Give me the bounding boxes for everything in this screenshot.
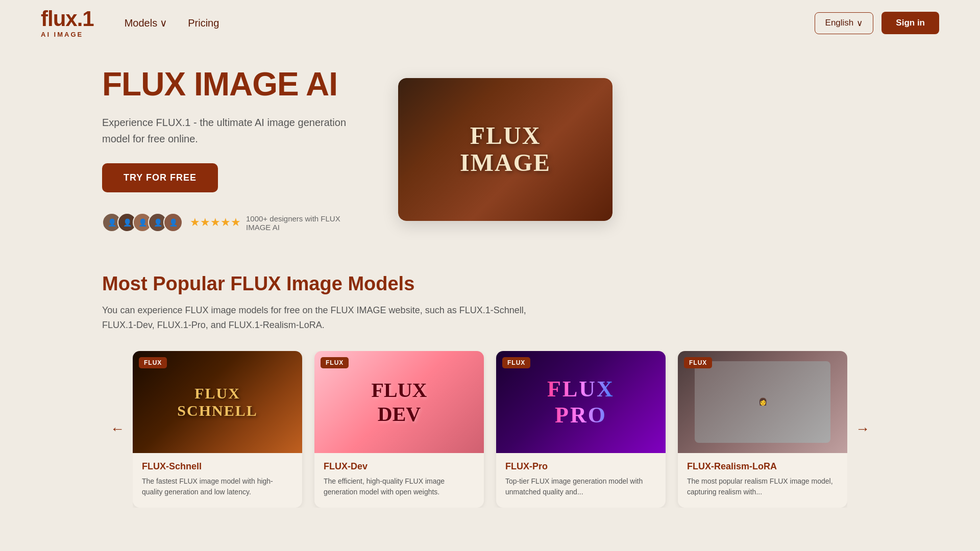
- schnell-img-text: FLUXSCHNELL: [177, 385, 257, 419]
- dev-img-text: FLUXDEV: [372, 378, 427, 426]
- hero-description: Experience FLUX.1 - the ultimate AI imag…: [102, 114, 357, 147]
- schnell-badge: FLUX: [139, 357, 167, 368]
- pro-img-text: FLUXPRO: [547, 376, 615, 428]
- realism-inner: 👩: [695, 361, 830, 443]
- schnell-card-name: FLUX-Schnell: [142, 461, 293, 472]
- lang-label: English: [825, 18, 854, 28]
- carousel-prev-button[interactable]: ←: [102, 416, 133, 442]
- realism-card-name: FLUX-Realism-LoRA: [687, 461, 838, 472]
- nav-links: Models ∨ Pricing: [125, 17, 219, 29]
- dev-badge: FLUX: [321, 357, 349, 368]
- model-card-realism[interactable]: 👩 FLUX FLUX-Realism-LoRA The most popula…: [678, 351, 847, 508]
- models-section-desc: You can experience FLUX image models for…: [102, 303, 561, 333]
- nav-pricing[interactable]: Pricing: [188, 17, 219, 29]
- dev-card-desc: The efficient, high-quality FLUX image g…: [324, 476, 475, 497]
- realism-img-text: 👩: [758, 397, 767, 406]
- try-for-free-button[interactable]: TRY FOR FREE: [102, 163, 218, 192]
- navbar: flux.1 AI IMAGE Models ∨ Pricing English…: [0, 0, 980, 46]
- social-proof-text: 1000+ designers with FLUX IMAGE AI: [246, 214, 357, 232]
- dev-card-body: FLUX-Dev The efficient, high-quality FLU…: [314, 453, 484, 508]
- navbar-right: English ∨ Sign in: [815, 12, 939, 34]
- card-image-realism: 👩 FLUX: [678, 351, 847, 453]
- rating-row: ★★★★★ 1000+ designers with FLUX IMAGE AI: [190, 213, 357, 232]
- card-image-pro: FLUXPRO FLUX: [496, 351, 666, 453]
- nav-models[interactable]: Models ∨: [125, 17, 167, 29]
- realism-card-desc: The most popular realism FLUX image mode…: [687, 476, 838, 497]
- card-image-dev: FLUXDEV FLUX: [314, 351, 484, 453]
- hero-title: FLUX IMAGE AI: [102, 66, 357, 102]
- card-image-schnell: FLUXSCHNELL FLUX: [133, 351, 302, 453]
- star-rating: ★★★★★: [190, 216, 241, 229]
- prev-icon: ←: [110, 421, 125, 437]
- models-section-title: Most Popular FLUX Image Models: [102, 273, 878, 295]
- hero-image-text: FLUXIMAGE: [460, 122, 551, 177]
- dev-card-name: FLUX-Dev: [324, 461, 475, 472]
- avatar: 👤: [163, 213, 183, 232]
- model-cards-row: FLUXSCHNELL FLUX FLUX-Schnell The fastes…: [133, 351, 847, 508]
- nav-models-label: Models: [125, 17, 157, 29]
- logo-sub: AI IMAGE: [41, 31, 83, 38]
- model-card-dev[interactable]: FLUXDEV FLUX FLUX-Dev The efficient, hig…: [314, 351, 484, 508]
- hero-image: FLUXIMAGE: [398, 78, 612, 221]
- navbar-left: flux.1 AI IMAGE Models ∨ Pricing: [41, 8, 219, 38]
- chevron-down-icon: ∨: [160, 17, 167, 29]
- cta-label: TRY FOR FREE: [124, 172, 197, 183]
- pro-card-body: FLUX-Pro Top-tier FLUX image generation …: [496, 453, 666, 508]
- signin-label: Sign in: [896, 18, 925, 28]
- pro-badge: FLUX: [502, 357, 530, 368]
- language-selector[interactable]: English ∨: [815, 12, 874, 34]
- schnell-card-desc: The fastest FLUX image model with high-q…: [142, 476, 293, 497]
- realism-badge: FLUX: [684, 357, 712, 368]
- logo-text: flux.1: [41, 8, 94, 30]
- hero-section: FLUX IMAGE AI Experience FLUX.1 - the ul…: [0, 46, 980, 253]
- logo-name: flux.1: [41, 7, 94, 31]
- realism-card-body: FLUX-Realism-LoRA The most popular reali…: [678, 453, 847, 508]
- models-section: Most Popular FLUX Image Models You can e…: [0, 253, 980, 518]
- sign-in-button[interactable]: Sign in: [881, 12, 939, 34]
- schnell-card-body: FLUX-Schnell The fastest FLUX image mode…: [133, 453, 302, 508]
- pro-card-desc: Top-tier FLUX image generation model wit…: [505, 476, 656, 497]
- social-proof: 👤 👤 👤 👤 👤 ★★★★★ 1000+ designers with FLU…: [102, 213, 357, 232]
- model-card-pro[interactable]: FLUXPRO FLUX FLUX-Pro Top-tier FLUX imag…: [496, 351, 666, 508]
- nav-pricing-label: Pricing: [188, 17, 219, 29]
- hero-image-visual: FLUXIMAGE: [398, 78, 612, 221]
- carousel-next-button[interactable]: →: [847, 416, 878, 442]
- chevron-icon: ∨: [856, 18, 863, 29]
- avatar-group: 👤 👤 👤 👤 👤: [102, 213, 183, 232]
- logo[interactable]: flux.1 AI IMAGE: [41, 8, 94, 38]
- pro-card-name: FLUX-Pro: [505, 461, 656, 472]
- hero-content: FLUX IMAGE AI Experience FLUX.1 - the ul…: [102, 66, 357, 232]
- carousel: ← FLUXSCHNELL FLUX FLUX-Schnell The fast…: [102, 351, 878, 508]
- model-card-schnell[interactable]: FLUXSCHNELL FLUX FLUX-Schnell The fastes…: [133, 351, 302, 508]
- next-icon: →: [855, 421, 870, 437]
